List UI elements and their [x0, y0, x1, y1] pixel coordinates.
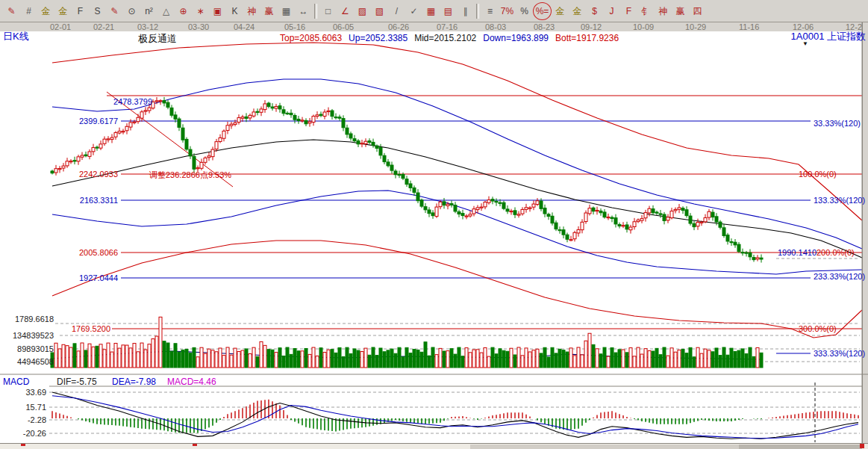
volume-bar [364, 348, 367, 368]
volume-bar [413, 349, 416, 368]
candle-body [420, 200, 423, 206]
candle-body [696, 223, 699, 226]
volume-bar [491, 347, 494, 368]
candle-body [416, 193, 419, 201]
volume-bar [416, 350, 419, 368]
volume-bar [155, 336, 158, 368]
candle-body [66, 161, 69, 166]
candle-body [58, 169, 61, 170]
volume-bar [114, 343, 117, 368]
candle-body [99, 144, 102, 148]
candle-body [234, 123, 237, 124]
candle-body [502, 202, 505, 208]
channel-stat-value: Up=2052.3385 [349, 33, 408, 43]
volume-bar [431, 347, 434, 368]
candle-body [290, 113, 293, 114]
volume-bar [502, 350, 505, 368]
volume-bar [472, 350, 475, 368]
volume-bar [293, 349, 296, 368]
candle-body [263, 104, 266, 110]
volume-bar [66, 346, 69, 368]
candle-body [204, 158, 207, 162]
volume-bar [349, 353, 352, 368]
volume-bar [689, 347, 692, 368]
candle-body [409, 184, 412, 188]
volume-bar [338, 347, 341, 368]
scrollbar-segment[interactable] [0, 445, 470, 449]
volume-bar [211, 350, 214, 368]
candle-body [428, 210, 431, 214]
candle-body [439, 202, 442, 206]
candle-body [394, 171, 397, 175]
volume-bar [390, 349, 393, 368]
candle-body [678, 208, 681, 209]
candle-body [252, 112, 255, 116]
volume-bar [749, 347, 752, 368]
candle-body [92, 148, 95, 152]
candle-body [222, 131, 225, 138]
volume-bar [719, 356, 722, 368]
candle-body [193, 156, 196, 169]
scrollbar-segment[interactable] [739, 445, 862, 449]
volume-bar [614, 353, 617, 368]
horizontal-scrollbar[interactable] [0, 443, 868, 449]
volume-bar [450, 349, 453, 368]
volume-bar [394, 353, 397, 368]
candle-body [215, 142, 218, 149]
volume-bar [92, 347, 95, 368]
candle-body [670, 211, 673, 218]
candle-body [129, 123, 132, 127]
candle-body [555, 223, 558, 229]
candle-body [640, 219, 643, 221]
candle-body [293, 115, 296, 120]
volume-bar [342, 356, 345, 368]
channel-stat-value: Mid=2015.2102 [414, 33, 476, 43]
candle-body [230, 124, 233, 126]
candle-body [584, 213, 587, 222]
volume-bar [103, 350, 106, 368]
volume-bar [129, 348, 132, 368]
channel-inner-bottom [52, 191, 862, 274]
volume-bar [741, 349, 744, 368]
channel-outer-top [52, 43, 862, 220]
channel-stats: Top=2085.6063Up=2052.3385Mid=2015.2102Do… [280, 33, 625, 43]
volume-bar [652, 351, 655, 368]
volume-bar [301, 351, 304, 368]
volume-bar [674, 352, 677, 368]
volume-bar [611, 347, 613, 368]
volume-bar [704, 349, 707, 368]
candle-body [349, 134, 352, 138]
volume-bar [230, 355, 233, 368]
volume-bar [372, 347, 375, 368]
scrollbar-segment[interactable] [470, 445, 739, 449]
volume-bar [543, 347, 546, 368]
volume-bar [110, 352, 113, 368]
candle-body [622, 226, 625, 226]
volume-bar [640, 354, 643, 368]
symbol-dropdown-icon[interactable]: ▼ [802, 40, 808, 47]
candle-body [476, 208, 479, 210]
volume-bar [558, 349, 561, 368]
period-mode-label[interactable]: 日K线 [3, 30, 29, 43]
candle-body [178, 119, 181, 127]
candle-body [163, 101, 166, 103]
volume-bar [666, 356, 669, 368]
volume-bar [756, 347, 759, 368]
volume-bar [181, 350, 184, 368]
candle-body [181, 128, 184, 140]
candle-body [405, 179, 408, 185]
volume-bar [454, 354, 457, 368]
candle-body [166, 102, 169, 107]
candle-body [140, 112, 143, 118]
volume-bar [99, 344, 102, 368]
volume-bar [118, 348, 121, 368]
volume-bar [536, 349, 539, 368]
candle-body [741, 253, 744, 253]
candle-body [402, 175, 405, 179]
volume-bar [555, 353, 558, 368]
candle-body [431, 213, 434, 216]
volume-bar [204, 353, 207, 368]
candle-body [51, 171, 54, 173]
macd-panel-title[interactable]: MACD [3, 377, 29, 387]
volume-bar [88, 344, 91, 368]
